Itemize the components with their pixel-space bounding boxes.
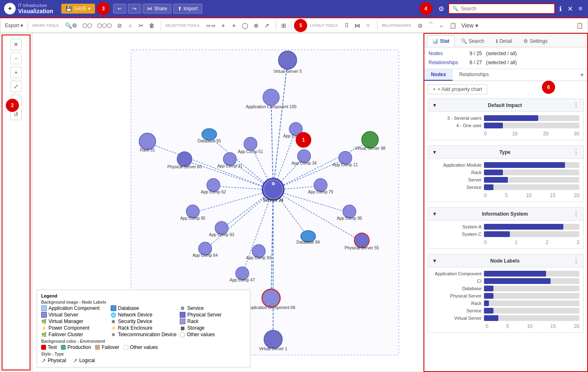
selection-tools-section: ⤼⤼ ⌖ ⌖ ◯ ⊗ ↗ [202, 21, 273, 30]
right-panel: 6 📊 Stat 🔍 Search ℹ Detail ⚙ Settings No [424, 33, 588, 372]
legend-item-td: ⊞ Telecommunication Device [111, 332, 177, 337]
circle2-btn[interactable]: ◯ [240, 21, 250, 30]
undo-graph-btn[interactable]: ↺ [10, 109, 22, 120]
legend-item-rack: Rack [180, 319, 246, 324]
zoom-in-btn[interactable]: + [10, 67, 22, 78]
layout-center-btn[interactable]: ⊞ [279, 21, 289, 30]
node-type-btn[interactable]: ⬡⬡ [80, 21, 94, 30]
type-menu-btn[interactable]: ⋮ [573, 148, 579, 156]
share-button[interactable]: ⋈ Share [143, 4, 171, 14]
rels-label[interactable]: Relationships [428, 60, 465, 65]
bar-several-users: 3 - Several users [432, 115, 579, 121]
menu-icon[interactable]: ≡ [577, 3, 584, 14]
legend-styles: ↗Physical ↗Logical [41, 357, 246, 364]
legend-item-vm: 🌿 Virtual Manager [41, 319, 107, 324]
svg-point-35 [139, 133, 155, 150]
branch-btn[interactable]: ⋈ [352, 21, 362, 30]
node-labels-header[interactable]: ▼ Node Labels ⋮ [428, 254, 583, 267]
default-impact-title: Default Impact [488, 102, 522, 108]
arrow-btn[interactable]: ↗ [262, 21, 272, 30]
server-label: Server [432, 177, 482, 182]
close-icon[interactable]: ✕ [566, 3, 574, 14]
rels-selected-all: (selected / all) [486, 60, 517, 65]
panel-toggle-btn[interactable]: 📋 [574, 21, 585, 30]
system-c-label: System C [432, 232, 482, 237]
app-name: Visualization [18, 8, 53, 14]
bar-system-a: System A [432, 224, 579, 230]
bar-one-user: 4 - One user [432, 123, 579, 128]
svg-text:App Comp 51: App Comp 51 [238, 149, 264, 154]
rel3-btn[interactable]: ⌣ [437, 21, 447, 30]
cut-btn[interactable]: ✂ [136, 21, 146, 30]
expand-btn[interactable]: ⬡⬡⬡ [95, 21, 114, 30]
svg-text:App Comp 34: App Comp 34 [292, 161, 317, 165]
fit-screen2-btn[interactable]: ⤡ [10, 95, 22, 106]
search-input[interactable] [461, 6, 551, 12]
lasso-btn[interactable]: ⤼⤼ [204, 21, 218, 30]
legend-other-env: Other values [123, 344, 158, 350]
rel4-btn[interactable]: 📋 [447, 21, 458, 30]
db-nl-label: Database [432, 286, 482, 291]
tab-settings[interactable]: ⚙ Settings [518, 35, 553, 47]
vs-nl-fill [484, 315, 498, 321]
ci-track [484, 278, 579, 284]
delete-btn[interactable]: 🗑 [147, 21, 157, 30]
search-graph-btn[interactable]: 🔍⚙ [63, 21, 79, 30]
legend-item-ps: Physical Server [180, 312, 246, 318]
undo-button[interactable]: ↩ [113, 4, 126, 14]
rel1-btn[interactable]: ⊘ [415, 21, 425, 30]
close-view-btn[interactable]: ✕ [10, 39, 22, 50]
add-chart-plus-btn[interactable]: + [577, 69, 587, 81]
graph-canvas[interactable]: 1 [32, 33, 424, 372]
export-button[interactable]: Export ▾ [3, 21, 25, 30]
chart-area[interactable]: + + Add property chart ▼ Default Impact … [424, 81, 587, 371]
bar-ci: CI [432, 278, 579, 284]
save-button[interactable]: 💾 SAVE ▾ [61, 4, 95, 14]
svg-text:Database 84: Database 84 [296, 240, 320, 244]
info-system-header[interactable]: ▼ Information System ⋮ [428, 207, 583, 221]
tab-search[interactable]: 🔍 Search [456, 35, 490, 47]
chevron-down-icon: ▼ [432, 102, 437, 108]
svg-point-45 [362, 132, 378, 148]
tree-btn[interactable]: ⑂ [363, 21, 373, 30]
subtab-spacer [495, 69, 577, 81]
rel2-btn[interactable]: ⌒ [426, 21, 436, 30]
nodes-label[interactable]: Nodes [428, 51, 465, 56]
import-icon: ⬆ [178, 6, 182, 12]
legend-item-appcomp: Application Component [41, 305, 107, 311]
tab-stat[interactable]: 📊 Stat [427, 35, 455, 47]
db-nl-fill [484, 286, 493, 291]
grid-btn[interactable]: ⠿ [342, 21, 352, 30]
relationships-subtab[interactable]: Relationships [453, 69, 495, 81]
circle-btn[interactable]: ○ [125, 21, 135, 30]
select2-btn[interactable]: ⌖ [229, 21, 239, 30]
node-labels-section: ▼ Node Labels ⋮ Application Component CI [428, 254, 584, 333]
settings-icon[interactable]: ⚙ [437, 3, 446, 14]
cross-btn[interactable]: ⊗ [251, 21, 261, 30]
zoom-out-btn[interactable]: − [10, 53, 22, 64]
prohibit-btn[interactable]: ⊘ [115, 21, 125, 30]
type-header[interactable]: ▼ Type ⋮ [428, 146, 583, 159]
detail-icon: ℹ [496, 38, 498, 44]
import-button[interactable]: ⬆ Import [173, 4, 202, 14]
nodes-subtab[interactable]: Nodes [424, 69, 453, 81]
legend-item-sd: ⊕ Security Device [111, 319, 177, 324]
tab-detail[interactable]: ℹ Detail [491, 35, 518, 47]
default-impact-header[interactable]: ▼ Default Impact ⋮ [428, 99, 583, 112]
info-system-menu-btn[interactable]: ⋮ [573, 210, 579, 218]
legend-item-re: ⚡ Rack Enclosure [111, 325, 177, 331]
view-btn[interactable]: View ▾ [459, 21, 480, 30]
legend-box: Legend Background image - Node Labels Ap… [37, 290, 250, 367]
vs-nl-label: Virtual Server [432, 316, 482, 321]
select1-btn[interactable]: ⌖ [218, 21, 228, 30]
legend-item-vs: Virtual Server [41, 312, 107, 318]
info-icon[interactable]: ℹ [558, 3, 563, 14]
bar-app-module: Application Module [432, 162, 579, 168]
default-impact-menu-btn[interactable]: ⋮ [573, 101, 579, 109]
node-labels-menu-btn[interactable]: ⋮ [573, 257, 579, 265]
redo-button[interactable]: ↪ [128, 4, 141, 14]
system-a-track [484, 224, 579, 230]
add-chart-button[interactable]: + + Add property chart [428, 84, 487, 94]
ci-label: CI [432, 279, 482, 284]
fit-screen-btn[interactable]: ⤢ [10, 81, 22, 92]
